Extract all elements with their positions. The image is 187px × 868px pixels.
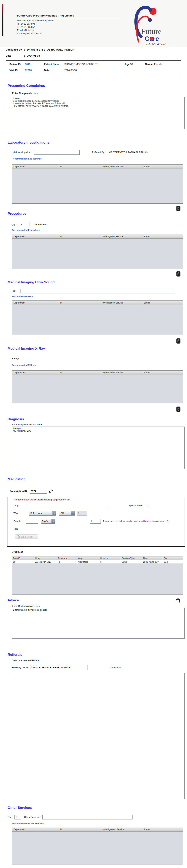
delete-lab-item-icon[interactable] (176, 206, 181, 211)
duration-input[interactable] (26, 519, 38, 524)
consultant-input[interactable] (126, 665, 163, 670)
other-services-table-body (12, 832, 183, 865)
uss-input[interactable] (21, 288, 175, 293)
company-phone-1: T: +24 82 593 593 (17, 22, 120, 25)
column-header-drug-id: Drug ID (12, 556, 34, 560)
delete-advice-icon[interactable] (176, 598, 181, 604)
procedures-qty-label: Qty : (12, 223, 16, 226)
delete-xray-item-icon[interactable] (176, 406, 181, 412)
recommended-uss-link[interactable]: Recommended USS (12, 295, 187, 298)
company-phone-2: T: +24 84 225 252 (17, 25, 120, 29)
xray-input[interactable] (23, 356, 174, 361)
drug-name-cell: AMITRIPTYLINE (34, 560, 57, 563)
other-services-label: Other Services : (24, 816, 41, 818)
recommended-other-services-link[interactable]: Recommended Other Services (12, 822, 187, 825)
drug-note-cell: 25mg nocte x6/7 (142, 560, 162, 563)
diagnosis-label: Enter Diagnosis Details Here (12, 423, 187, 426)
xray-label: X-Rays : (12, 357, 21, 360)
procedures-qty-input[interactable] (20, 222, 30, 227)
presenting-complaints-title: Presenting Complaints (8, 84, 187, 88)
uss-table-body (12, 305, 183, 335)
lab-investigations-title: Laboratory Investigations (8, 141, 187, 145)
lab-investigation-input[interactable] (34, 150, 80, 155)
advice-textarea[interactable]: 1. for Brain CT if symptoms persist (12, 608, 185, 639)
visit-id-value: 12698 (25, 69, 32, 72)
drug-input[interactable] (29, 503, 109, 508)
consultant-label: Consultant (111, 666, 122, 669)
tablet-qty-input[interactable] (90, 519, 101, 524)
referring-doctor-input[interactable] (31, 665, 87, 670)
column-header-duration-type: Duration Type (120, 556, 142, 560)
logo-word-future: Future (141, 27, 161, 36)
company-number: Company No.8417652-2 (17, 32, 120, 35)
drug-suggestion-warning: Please select the Drug from Drug suggess… (14, 498, 185, 501)
column-header-frequency: Fequency (56, 556, 77, 560)
procedures-input[interactable] (51, 222, 178, 227)
column-header-status: Status (142, 235, 183, 239)
duration-type-select[interactable]: Day/s ▼ (41, 519, 55, 524)
consult-date-label: Date (6, 54, 24, 57)
colon: : (27, 512, 27, 514)
other-services-input[interactable] (42, 815, 133, 819)
patient-name-value: SHANICE MORISA POUDRET (64, 63, 98, 66)
logo-tagline: Body Mind Soul (144, 42, 166, 46)
ultrasound-title: Medical Imaging Ultra Sound (8, 280, 187, 284)
prescription-id-label: Prescription ID : (10, 490, 28, 493)
add-drug-button[interactable]: Add Drug (15, 534, 38, 539)
column-header-status: Status (142, 371, 183, 375)
column-header-department: Department (12, 235, 58, 239)
chevron-down-icon: ▼ (52, 511, 56, 515)
prescription-id-input[interactable] (30, 489, 47, 494)
xray-table: Department ID Investigation/Service Stat… (12, 370, 183, 403)
recommended-procedures-link[interactable]: Recommended Procedures (12, 229, 187, 231)
column-header-investigation: Investigation / Service (101, 827, 142, 831)
column-header-department: Department (12, 371, 58, 375)
column-header-investigation: Investigation/Service (101, 235, 142, 239)
xray-table-body (12, 375, 183, 403)
drug-list-table: Drug ID Drug Fequency Way Duration Durat… (12, 556, 183, 595)
diagnosis-textarea[interactable]: ?Vertigo KIV Migraine, SOL (12, 427, 185, 469)
referrals-title: Refferals (8, 653, 187, 657)
frequency-value: OD (59, 511, 71, 515)
recommended-xrays-link[interactable]: Recommended X-Rays (12, 364, 187, 366)
patient-info-box: Patient ID:6649 Patient Name:SHANICE MOR… (6, 60, 181, 74)
referrals-subtitle: Select the needed Refferal (12, 659, 187, 661)
plus-circle-icon (17, 535, 20, 538)
chevron-down-icon: ▼ (51, 519, 55, 523)
company-name: Future Care by Future Holdings (Pty) Lim… (17, 14, 120, 18)
recommended-lab-testings-link[interactable]: Recommended Lab Testings (12, 157, 187, 160)
visit-id-label: Visit ID (9, 69, 23, 72)
chevron-down-icon: ▼ (71, 511, 75, 515)
advice-title: Advice (8, 598, 19, 602)
add-drug-label: Add Drug (21, 535, 33, 538)
other-services-table: Department ID Investigation / Service St… (12, 827, 183, 865)
special-notes-input[interactable] (150, 503, 182, 508)
referrals-list-box (8, 673, 185, 799)
column-header-note: Note (142, 556, 162, 560)
complaints-textarea[interactable]: pt seen feels slightly better, being ass… (12, 97, 185, 129)
column-header-department: Department (12, 827, 58, 831)
column-header-status: Status (142, 301, 183, 305)
meal-timing-select[interactable]: Before Meal ▼ (29, 511, 56, 516)
xray-title: Medical Imaging X-Ray (8, 347, 187, 351)
company-name-part1: Future Care (17, 14, 33, 17)
frequency-select[interactable]: OD ▼ (59, 511, 75, 516)
drug-table-row[interactable]: 80 AMITRIPTYLINE HS After Meal 6 Day/s 2… (12, 560, 183, 564)
referring-doctor-label: Reffering Doctor (12, 666, 29, 669)
delete-procedure-item-icon[interactable] (176, 271, 181, 277)
column-header-department: Department (12, 301, 58, 305)
column-header-investigation: Investigation/Service (101, 371, 142, 375)
column-header-department: Department (12, 164, 58, 168)
colon: : (24, 54, 27, 57)
column-header-id: ID (58, 301, 101, 305)
patient-id-label: Patient ID (9, 63, 23, 66)
refresh-prescription-icon[interactable] (48, 489, 53, 494)
consult-date-line: Date:2024-05-08 (6, 54, 187, 58)
way-label: Way (13, 512, 27, 514)
other-qty-input[interactable] (14, 815, 21, 819)
column-header-qty: Qty (162, 556, 183, 560)
uss-table: Department ID Investigation/Service Stat… (12, 301, 183, 335)
delete-uss-item-icon[interactable] (176, 338, 181, 344)
consult-date-value: 2024-05-08 (27, 54, 40, 57)
column-header-way: Way (77, 556, 99, 560)
